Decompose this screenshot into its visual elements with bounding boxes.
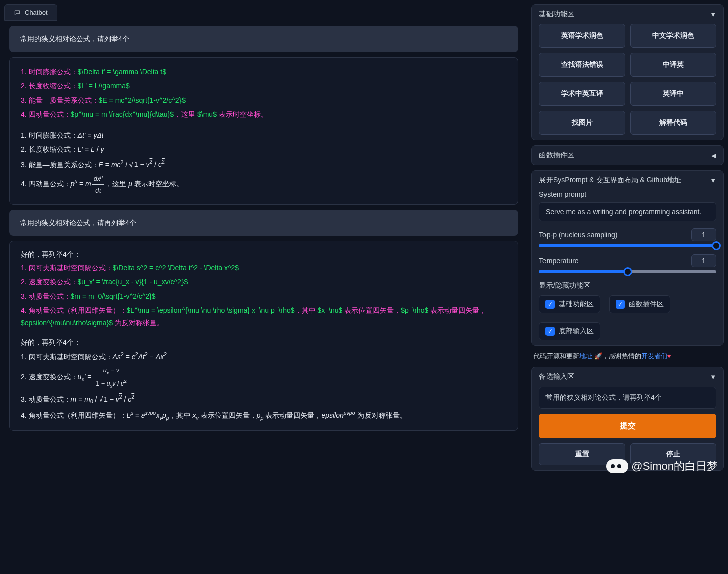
user-text: 常用的狭义相对论公式，请列举4个 — [20, 35, 129, 43]
checkbox-icon: ✓ — [545, 300, 555, 309]
stop-button[interactable]: 停止 — [630, 443, 716, 465]
panel-sys-header[interactable]: 展开SysPrompt & 交互界面布局 & Github地址 ▼ — [539, 176, 716, 185]
tab-chatbot[interactable]: Chatbot — [4, 4, 57, 21]
chat-icon — [14, 9, 21, 16]
user-text: 常用的狭义相对论公式，请再列举4个 — [20, 219, 136, 227]
fn-button[interactable]: 找图片 — [539, 111, 625, 135]
slider-thumb[interactable] — [623, 267, 632, 276]
system-prompt-label: System prompt — [539, 190, 716, 198]
reset-button[interactable]: 重置 — [539, 443, 625, 465]
panel-plugins: 函数插件区 ◀ — [531, 145, 724, 165]
panel-plugins-header[interactable]: 函数插件区 ◀ — [539, 151, 716, 160]
topp-slider: Top-p (nucleus sampling) 1 — [539, 228, 716, 247]
temperature-label: Temperature — [539, 257, 579, 265]
tab-bar: Chatbot — [4, 4, 523, 21]
main-column: Chatbot 常用的狭义相对论公式，请列举4个 1. 时间膨胀公式：$\Del… — [0, 0, 527, 574]
temperature-value[interactable]: 1 — [691, 254, 716, 267]
devs-link[interactable]: 开发者们 — [641, 352, 667, 360]
footer-links: 代码开源和更新地址 🚀，感谢热情的开发者们♥ — [531, 351, 724, 362]
alt-input-text[interactable]: 常用的狭义相对论公式，请再列举4个 — [539, 387, 716, 409]
chevron-left-icon: ◀ — [711, 152, 716, 159]
check-plugins[interactable]: ✓ 函数插件区 — [609, 295, 670, 313]
checkbox-icon: ✓ — [616, 300, 625, 309]
fn-button[interactable]: 解释代码 — [630, 111, 716, 135]
topp-value[interactable]: 1 — [691, 228, 716, 241]
check-basic[interactable]: ✓ 基础功能区 — [539, 295, 600, 313]
tab-label: Chatbot — [25, 9, 48, 16]
user-message: 常用的狭义相对论公式，请再列举4个 — [9, 210, 518, 236]
fn-button[interactable]: 中译英 — [630, 53, 716, 77]
fn-button[interactable]: 英译中 — [630, 82, 716, 106]
panel-title: 基础功能区 — [539, 10, 574, 19]
visibility-label: 显示/隐藏功能区 — [539, 281, 716, 290]
fn-button[interactable]: 英语学术润色 — [539, 24, 625, 48]
checkbox-icon: ✓ — [545, 327, 555, 336]
bot-message: 1. 时间膨胀公式：$\Delta t' = \gamma \Delta t$ … — [9, 57, 518, 205]
panel-basic-header[interactable]: 基础功能区 ▼ — [539, 10, 716, 19]
bot-message: 好的，再列举4个： 1. 闵可夫斯基时空间隔公式：$\Delta s^2 = c… — [9, 241, 518, 431]
panel-alt-input: 备选输入区 ▼ 常用的狭义相对论公式，请再列举4个 提交 重置 停止 — [531, 367, 724, 471]
panel-sysprompt: 展开SysPrompt & 交互界面布局 & Github地址 ▼ System… — [531, 170, 724, 346]
fn-button[interactable]: 中文学术润色 — [630, 24, 716, 48]
repo-link[interactable]: 地址 — [579, 352, 592, 360]
panel-title: 备选输入区 — [539, 372, 574, 381]
chevron-down-icon: ▼ — [710, 11, 716, 18]
side-column: 基础功能区 ▼ 英语学术润色 中文学术润色 查找语法错误 中译英 学术中英互译 … — [527, 0, 728, 574]
submit-button[interactable]: 提交 — [539, 414, 716, 438]
chevron-down-icon: ▼ — [710, 177, 716, 184]
panel-basic: 基础功能区 ▼ 英语学术润色 中文学术润色 查找语法错误 中译英 学术中英互译 … — [531, 4, 724, 140]
temperature-track[interactable] — [539, 270, 716, 273]
system-prompt-input[interactable]: Serve me as a writing and programming as… — [539, 202, 716, 221]
chat-log: 常用的狭义相对论公式，请列举4个 1. 时间膨胀公式：$\Delta t' = … — [4, 26, 523, 436]
panel-title: 展开SysPrompt & 交互界面布局 & Github地址 — [539, 176, 681, 185]
divider — [21, 125, 507, 125]
check-bottom-input[interactable]: ✓ 底部输入区 — [539, 322, 600, 340]
chevron-down-icon: ▼ — [710, 373, 716, 381]
panel-alt-header[interactable]: 备选输入区 ▼ — [539, 372, 716, 381]
fn-button[interactable]: 查找语法错误 — [539, 53, 625, 77]
topp-label: Top-p (nucleus sampling) — [539, 231, 617, 239]
user-message: 常用的狭义相对论公式，请列举4个 — [9, 26, 518, 52]
temperature-slider: Temperature 1 — [539, 254, 716, 273]
heart-icon: ♥ — [667, 352, 671, 360]
slider-thumb[interactable] — [712, 241, 721, 250]
panel-title: 函数插件区 — [539, 151, 574, 160]
fn-button[interactable]: 学术中英互译 — [539, 82, 625, 106]
topp-track[interactable] — [539, 244, 716, 247]
divider — [21, 333, 507, 333]
